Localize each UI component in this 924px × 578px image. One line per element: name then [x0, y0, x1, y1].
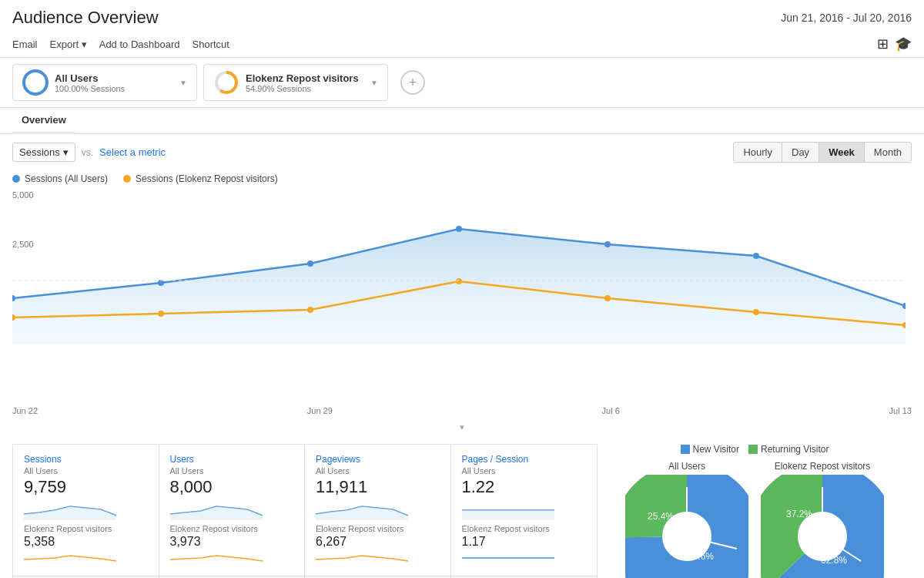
orange-dot-2 [158, 311, 164, 317]
svg-marker-5 [462, 510, 554, 520]
x-label-jun29: Jun 29 [307, 406, 333, 415]
blue-dot-4 [456, 226, 462, 232]
sessions-label[interactable]: Sessions [24, 454, 148, 465]
pie-svg-elokenz: 62.8% 37.2% [761, 475, 884, 578]
sessions-value2: 5,358 [24, 535, 148, 549]
elokenz-icon [213, 69, 239, 96]
svg-marker-4 [316, 506, 408, 520]
users-sparkline-1 [170, 499, 294, 520]
sessions-sub: All Users [24, 466, 148, 476]
add-to-dashboard-button[interactable]: Add to Dashboard [99, 39, 180, 50]
chevron-down-icon-2: ▼ [370, 79, 378, 87]
date-range: Jun 21, 2016 - Jul 20, 2016 [781, 12, 912, 24]
legend-dot-all-users [12, 175, 20, 183]
hourly-button[interactable]: Hourly [734, 143, 782, 162]
segment-all-users[interactable]: All Users 100.00% Sessions ▼ [12, 64, 197, 101]
blue-dot-5 [604, 241, 611, 247]
pages-session-sparkline-2 [462, 550, 587, 564]
metric-pageviews: Pageviews All Users 11,911 Elokenz Repos… [305, 445, 451, 576]
scroll-indicator[interactable]: ▼ [0, 422, 924, 436]
pie-green-label-2: 37.2% [786, 509, 812, 519]
month-button[interactable]: Month [865, 143, 911, 162]
blue-area [12, 229, 906, 344]
pie-elokenz: Elokenz Repost visitors 62.8% 37.2% [761, 461, 884, 578]
legend-new-visitor: New Visitor [681, 444, 739, 455]
all-users-icon [22, 69, 49, 96]
x-label-jul6: Jul 6 [602, 406, 620, 415]
pages-session-label[interactable]: Pages / Session [462, 454, 587, 465]
page-title: Audience Overview [12, 8, 159, 28]
pie-all-users: All Users 74.6% 25.4% [625, 461, 748, 578]
x-label-jun22: Jun 22 [12, 406, 38, 415]
legend-dot-elokenz [123, 175, 131, 183]
metric-users: Users All Users 8,000 Elokenz Repost vis… [159, 445, 306, 576]
segment-sub-all-users: 100.00% Sessions [55, 84, 125, 93]
shortcut-button[interactable]: Shortcut [192, 39, 229, 50]
select-metric-button[interactable]: Select a metric [99, 146, 166, 158]
legend-returning-visitor: Returning Visitor [748, 444, 829, 455]
orange-dot-6 [753, 309, 759, 315]
pie-elokenz-title: Elokenz Repost visitors [761, 461, 884, 472]
segment-sub-elokenz: 54.90% Sessions [246, 84, 359, 93]
metric-select[interactable]: Sessions ▾ [12, 143, 75, 162]
pie-blue-label-1: 74.6% [688, 551, 714, 562]
chart-svg [12, 198, 906, 344]
blue-dot-6 [753, 253, 759, 259]
pie-section: New Visitor Returning Visitor All Users [598, 444, 912, 578]
main-chart: 5,000 2,500 [0, 190, 924, 405]
export-button[interactable]: Export ▾ [50, 39, 87, 50]
sessions-value: 9,759 [24, 477, 148, 497]
email-button[interactable]: Email [12, 39, 38, 50]
legend-elokenz: Sessions (Elokenz Repost visitors) [123, 173, 278, 184]
returning-visitor-box [748, 445, 758, 454]
segment-name-all-users: All Users [55, 72, 125, 84]
sessions-sparkline-1 [24, 499, 148, 520]
pageviews-sparkline-2 [316, 550, 440, 564]
pie-blue-label-2: 62.8% [821, 555, 847, 566]
users-label[interactable]: Users [170, 454, 294, 465]
pie-all-users-title: All Users [625, 461, 748, 472]
week-button[interactable]: Week [819, 143, 865, 162]
pageviews-sparkline-1 [316, 499, 440, 520]
add-segment-button[interactable]: + [400, 70, 425, 95]
pages-session-sparkline-1 [462, 499, 587, 520]
orange-dot-3 [307, 307, 313, 313]
day-button[interactable]: Day [782, 143, 819, 162]
tab-overview[interactable]: Overview [12, 108, 75, 134]
blue-dot-3 [307, 260, 313, 267]
orange-dot-4 [456, 278, 462, 284]
pie-legend: New Visitor Returning Visitor [610, 444, 899, 455]
vs-label: vs. [82, 147, 93, 158]
segment-name-elokenz: Elokenz Repost visitors [246, 72, 359, 84]
metric-sessions: Sessions All Users 9,759 Elokenz Repost … [13, 445, 159, 576]
new-visitor-box [681, 445, 690, 454]
graduation-icon[interactable]: 🎓 [895, 35, 912, 52]
pie-charts-container: All Users 74.6% 25.4% E [610, 461, 899, 578]
svg-marker-2 [24, 506, 116, 520]
x-axis-labels: Jun 22 Jun 29 Jul 6 Jul 13 [0, 405, 924, 422]
sessions-sub2: Elokenz Repost visitors [24, 524, 148, 533]
orange-dot-5 [604, 295, 611, 301]
metrics-grid: Sessions All Users 9,759 Elokenz Repost … [12, 444, 598, 578]
time-period-buttons: Hourly Day Week Month [733, 142, 912, 163]
sessions-sparkline-2 [24, 550, 148, 564]
legend-all-users: Sessions (All Users) [12, 173, 108, 184]
users-sparkline-2 [170, 550, 294, 564]
pie-svg-all-users: 74.6% 25.4% [625, 475, 748, 578]
segment-elokenz[interactable]: Elokenz Repost visitors 54.90% Sessions … [203, 64, 388, 101]
metric-pages-session: Pages / Session All Users 1.22 Elokenz R… [451, 445, 598, 576]
chevron-down-icon: ▼ [179, 79, 187, 87]
pageviews-label[interactable]: Pageviews [316, 454, 440, 465]
svg-marker-3 [170, 506, 263, 520]
pie-green-label-1: 25.4% [648, 511, 674, 522]
qr-icon[interactable]: ⊞ [877, 35, 889, 52]
x-label-jul13: Jul 13 [889, 406, 912, 415]
